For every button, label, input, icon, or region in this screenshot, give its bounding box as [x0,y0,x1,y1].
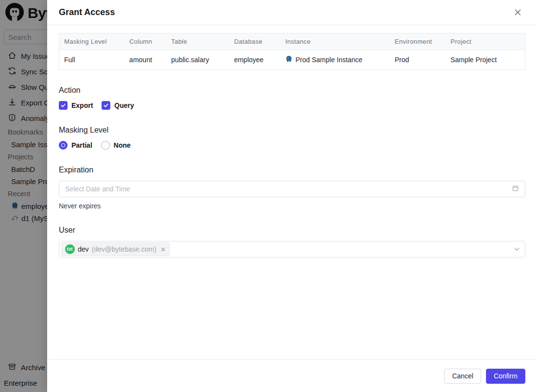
cell-database: employee [229,50,280,69]
user-section: User DE dev (dev@bytebase.com) [59,226,525,257]
cell-project: Sample Project [446,50,525,69]
checkbox-checked-icon [59,101,68,110]
col-header-environment: Environment [390,34,446,50]
close-icon[interactable] [512,7,523,18]
expiration-date-input[interactable]: Select Date and Time [59,181,525,197]
modal-title: Grant Access [59,7,115,17]
export-checkbox[interactable]: Export [59,101,93,110]
calendar-icon [512,185,519,194]
col-header-table: Table [166,34,229,50]
action-section: Action Export Query [59,86,525,110]
modal-header: Grant Access [47,0,537,25]
expiration-label: Expiration [59,166,525,174]
radio-selected-icon [59,141,68,150]
chevron-down-icon [514,246,520,253]
cell-instance: Prod Sample Instance [280,50,390,69]
masking-level-section: Masking Level Partial None [59,126,525,150]
selected-user-tag: DE dev (dev@bytebase.com) [61,242,170,256]
avatar: DE [65,244,75,254]
none-radio[interactable]: None [101,141,131,150]
action-label: Action [59,86,525,95]
col-header-column: Column [124,34,166,50]
user-label: User [59,226,525,235]
cancel-button[interactable]: Cancel [444,369,481,384]
user-email: (dev@bytebase.com) [92,245,156,253]
table-row: Full amount public.salary employee Prod … [59,50,525,69]
col-header-masking-level: Masking Level [59,34,124,50]
col-header-database: Database [229,34,280,50]
partial-radio[interactable]: Partial [59,141,92,150]
user-select[interactable]: DE dev (dev@bytebase.com) [59,241,525,257]
remove-user-icon[interactable] [160,247,166,252]
masking-level-label: Masking Level [59,126,525,135]
modal-body: Masking Level Column Table Database Inst… [47,25,537,359]
modal-backdrop[interactable] [0,0,47,392]
postgres-icon [285,55,293,64]
grant-access-table: Masking Level Column Table Database Inst… [59,33,525,70]
query-checkbox[interactable]: Query [102,101,134,110]
radio-unselected-icon [101,141,110,150]
cell-column: amount [124,50,166,69]
expiration-section: Expiration Select Date and Time Never ex… [59,166,525,210]
user-name: dev [78,245,89,253]
checkbox-checked-icon [102,101,110,110]
expiration-hint: Never expires [59,202,525,210]
modal-footer: Cancel Confirm [47,359,537,392]
confirm-button[interactable]: Confirm [486,369,525,384]
grant-access-modal: Grant Access Masking Level Column Table … [47,0,537,392]
cell-table: public.salary [166,50,229,69]
cell-environment: Prod [390,50,446,69]
date-placeholder: Select Date and Time [65,185,130,193]
cell-masking-level: Full [59,50,124,69]
col-header-instance: Instance [280,34,390,50]
col-header-project: Project [446,34,525,50]
table-header-row: Masking Level Column Table Database Inst… [59,34,525,50]
